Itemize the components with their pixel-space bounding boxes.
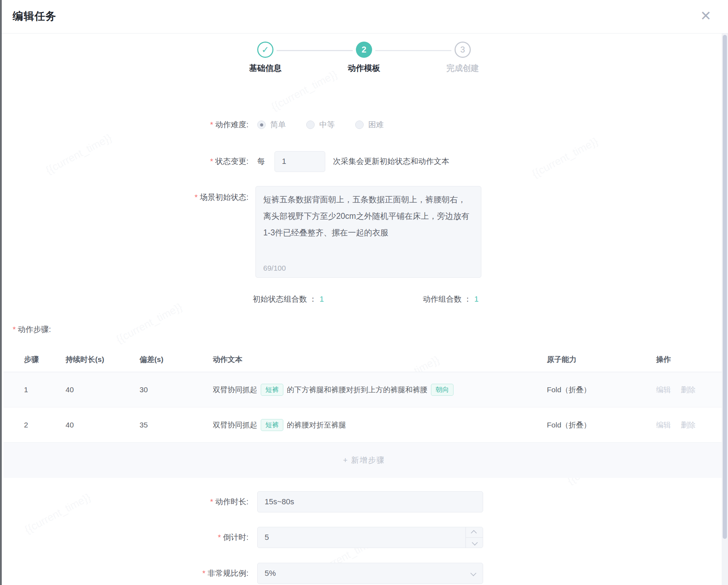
- initial-combo-count: 初始状态组合数：1: [253, 294, 324, 304]
- state-change-row: *状态变更: 每 1 次采集会更新初始状态和动作文本: [2, 151, 449, 172]
- scrollbar-thumb[interactable]: [723, 35, 727, 539]
- action-steps-label: *动作步骤:: [13, 324, 51, 335]
- step-number: 2: [356, 42, 372, 58]
- required-asterisk: *: [210, 157, 213, 166]
- step-number: 3: [455, 42, 471, 58]
- difficulty-radio-group: 简单 中等 困难: [257, 119, 384, 130]
- header-cell-ability: 原子能力: [547, 355, 576, 364]
- radio-unselected-icon: [306, 121, 315, 129]
- add-step-button[interactable]: + 新增步骤: [343, 455, 385, 466]
- table-row: 2 40 35 双臂协同抓起短裤的裤腰对折至裤腿 Fold（折叠） 编辑删除: [4, 407, 724, 443]
- step-label: 基础信息: [216, 63, 315, 74]
- chevron-down-icon: [470, 570, 476, 576]
- char-counter: 69/100: [263, 264, 286, 272]
- cell-ability: Fold（折叠）: [547, 385, 591, 395]
- unusual-ratio-row: *非常规比例: 5%: [2, 563, 483, 584]
- radio-label: 困难: [368, 119, 384, 130]
- dialog-header: 编辑任务 ✕: [2, 0, 728, 33]
- required-asterisk: *: [195, 193, 198, 202]
- initial-state-textarea[interactable]: 短裤五条数据背面朝上，五条数据正面朝上，裤腰朝右，离头部视野下方至少20cm之外…: [255, 186, 481, 278]
- required-asterisk: *: [210, 120, 213, 129]
- cell-operation: 编辑删除: [656, 420, 705, 430]
- cell-duration: 40: [66, 421, 74, 429]
- countdown-label: *倒计时:: [2, 532, 248, 543]
- required-asterisk: *: [210, 497, 213, 506]
- state-change-input[interactable]: 1: [274, 151, 325, 172]
- direction-tag: 朝向: [431, 384, 454, 396]
- stepper: ✓ 基础信息 2 动作模板 3 完成创建: [216, 42, 512, 84]
- edit-link[interactable]: 编辑: [656, 421, 671, 429]
- delete-link[interactable]: 删除: [681, 421, 696, 429]
- required-asterisk: *: [202, 569, 205, 578]
- delete-link[interactable]: 删除: [681, 386, 696, 394]
- header-cell-duration: 持续时长(s): [66, 355, 104, 364]
- edit-task-dialog: {{current_time}} {{current_time}} {{curr…: [0, 0, 728, 585]
- object-tag: 短裤: [261, 384, 283, 396]
- action-duration-input[interactable]: 15s~80s: [257, 491, 483, 512]
- radio-unselected-icon: [355, 121, 364, 129]
- step-finish-create: 3 完成创建: [413, 42, 512, 74]
- difficulty-row: *动作难度: 简单 中等 困难: [2, 116, 384, 133]
- object-tag: 短裤: [261, 419, 283, 431]
- radio-dot: [260, 123, 263, 127]
- required-asterisk: *: [218, 533, 221, 542]
- edit-link[interactable]: 编辑: [656, 386, 671, 394]
- step-action-template: 2 动作模板: [315, 42, 413, 74]
- initial-state-label: *场景初始状态:: [2, 192, 248, 203]
- header-cell-deviation: 偏差(s): [140, 355, 164, 364]
- step-label: 动作模板: [315, 63, 413, 74]
- decrease-button[interactable]: [466, 538, 483, 548]
- radio-label: 中等: [319, 119, 335, 130]
- action-duration-label: *动作时长:: [2, 497, 248, 507]
- radio-label: 简单: [270, 119, 286, 130]
- initial-state-label-row: *场景初始状态:: [2, 190, 248, 204]
- header-cell-action-text: 动作文本: [213, 355, 242, 364]
- action-combo-value: 1: [474, 295, 479, 303]
- radio-option-medium[interactable]: 中等: [306, 119, 335, 130]
- watermark: {{current_time}}: [114, 301, 184, 345]
- state-change-suffix: 次采集会更新初始状态和动作文本: [333, 156, 449, 167]
- cell-action-text: 双臂协同抓起短裤的裤腰对折至裤腿: [213, 419, 346, 431]
- header-cell-step: 步骤: [24, 355, 39, 364]
- initial-combo-value: 1: [320, 295, 324, 303]
- countdown-spinner: [465, 527, 483, 548]
- cell-ability: Fold（折叠）: [547, 420, 591, 430]
- difficulty-label: *动作难度:: [2, 119, 248, 130]
- table-row: 1 40 30 双臂协同抓起短裤的下方裤腿和裤腰对折到上方的裤腿和裤腰朝向 Fo…: [4, 372, 724, 407]
- add-step-row: + 新增步骤: [4, 443, 724, 478]
- state-change-prefix: 每: [257, 156, 265, 167]
- header-cell-operation: 操作: [656, 355, 671, 364]
- scrollbar-track: [722, 33, 728, 585]
- increase-button[interactable]: [466, 527, 483, 538]
- countdown-row: *倒计时: 5: [2, 527, 483, 548]
- cell-operation: 编辑删除: [656, 385, 705, 395]
- action-duration-row: *动作时长: 15s~80s: [2, 491, 483, 512]
- action-combo-count: 动作组合数：1: [423, 294, 479, 304]
- check-icon: ✓: [257, 42, 273, 58]
- chevron-down-icon: [472, 540, 478, 546]
- cell-step: 1: [24, 386, 28, 394]
- step-label: 完成创建: [413, 63, 512, 74]
- steps-table: 步骤 持续时长(s) 偏差(s) 动作文本 原子能力 操作 1 40 30 双臂…: [4, 347, 724, 478]
- chevron-up-icon: [471, 530, 477, 536]
- page-edge: [0, 0, 2, 585]
- cell-action-text: 双臂协同抓起短裤的下方裤腿和裤腰对折到上方的裤腿和裤腰朝向: [213, 384, 457, 396]
- dialog-title: 编辑任务: [13, 9, 56, 24]
- watermark: {{current_time}}: [530, 135, 600, 180]
- step-basic-info: ✓ 基础信息: [216, 42, 315, 74]
- table-header: 步骤 持续时长(s) 偏差(s) 动作文本 原子能力 操作: [4, 347, 724, 372]
- radio-option-hard[interactable]: 困难: [355, 119, 384, 130]
- initial-state-text: 短裤五条数据背面朝上，五条数据正面朝上，裤腰朝右，离头部视野下方至少20cm之外…: [263, 191, 474, 241]
- radio-selected-icon: [257, 121, 266, 129]
- unusual-ratio-select[interactable]: 5%: [257, 563, 483, 584]
- cell-step: 2: [24, 421, 28, 429]
- required-asterisk: *: [13, 325, 16, 334]
- unusual-ratio-label: *非常规比例:: [2, 568, 248, 579]
- cell-deviation: 30: [140, 386, 148, 394]
- cell-deviation: 35: [140, 421, 148, 429]
- close-icon[interactable]: ✕: [698, 8, 714, 24]
- cell-duration: 40: [66, 386, 74, 394]
- radio-option-easy[interactable]: 简单: [257, 119, 286, 130]
- countdown-input[interactable]: 5: [257, 527, 483, 548]
- state-change-label: *状态变更:: [2, 156, 248, 167]
